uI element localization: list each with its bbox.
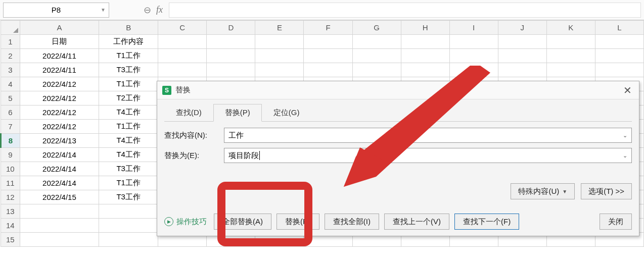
cell[interactable] xyxy=(498,35,546,49)
cancel-icon[interactable]: ⊖ xyxy=(144,5,151,16)
cell[interactable] xyxy=(449,49,498,63)
cell[interactable]: 2022/4/12 xyxy=(20,91,99,105)
fx-label[interactable]: fx xyxy=(156,5,163,15)
cell[interactable]: 2022/4/14 xyxy=(20,176,99,190)
cell[interactable] xyxy=(99,233,158,247)
cell[interactable] xyxy=(255,63,304,77)
cell[interactable] xyxy=(595,49,643,63)
column-header[interactable]: B xyxy=(99,21,158,35)
column-header[interactable]: C xyxy=(158,21,207,35)
cell[interactable] xyxy=(158,35,207,49)
cell[interactable] xyxy=(401,35,449,49)
cell[interactable] xyxy=(546,35,595,49)
cell[interactable]: 2022/4/14 xyxy=(20,148,99,162)
replace-input[interactable]: 项目阶段 ⌄ xyxy=(224,148,632,163)
find-prev-button[interactable]: 查找上一个(V) xyxy=(384,214,449,230)
cell[interactable] xyxy=(595,63,643,77)
cell[interactable] xyxy=(546,49,595,63)
cell[interactable]: T2工作 xyxy=(99,91,158,105)
cell[interactable] xyxy=(401,49,449,63)
row-header[interactable]: 11 xyxy=(1,176,20,190)
tab-goto[interactable]: 定位(G) xyxy=(262,104,311,122)
column-header[interactable]: A xyxy=(20,21,99,35)
cell[interactable] xyxy=(546,63,595,77)
column-header[interactable]: E xyxy=(255,21,304,35)
column-header[interactable]: F xyxy=(304,21,352,35)
cell[interactable] xyxy=(207,35,255,49)
tab-find[interactable]: 查找(D) xyxy=(164,104,213,122)
cell[interactable] xyxy=(20,219,99,233)
name-box-dropdown-icon[interactable]: ▼ xyxy=(101,7,106,13)
cell[interactable]: T1工作 xyxy=(99,176,158,190)
row-header[interactable]: 2 xyxy=(1,49,20,63)
find-all-button[interactable]: 查找全部(I) xyxy=(325,214,379,230)
chevron-down-icon[interactable]: ⌄ xyxy=(623,132,627,139)
column-header[interactable]: D xyxy=(207,21,255,35)
options-button[interactable]: 选项(T) >> xyxy=(581,183,632,199)
cell[interactable] xyxy=(498,49,546,63)
row-header[interactable]: 6 xyxy=(1,105,20,120)
dialog-titlebar[interactable]: S 替换 ✕ xyxy=(157,81,639,99)
cell[interactable] xyxy=(255,35,304,49)
cell[interactable] xyxy=(207,49,255,63)
chevron-down-icon[interactable]: ⌄ xyxy=(623,152,627,159)
cell[interactable] xyxy=(352,35,401,49)
cell[interactable] xyxy=(255,49,304,63)
column-header[interactable]: L xyxy=(595,21,643,35)
cell[interactable]: 2022/4/12 xyxy=(20,77,99,91)
row-header[interactable]: 14 xyxy=(1,219,20,233)
cell[interactable] xyxy=(449,63,498,77)
cell[interactable] xyxy=(304,63,352,77)
column-header[interactable]: K xyxy=(546,21,595,35)
close-button[interactable]: 关闭 xyxy=(600,214,632,230)
cell[interactable]: 2022/4/12 xyxy=(20,120,99,134)
replace-button[interactable]: 替换(R) xyxy=(277,214,319,230)
select-all-corner[interactable] xyxy=(1,21,20,35)
cell[interactable]: 2022/4/15 xyxy=(20,190,99,204)
cell[interactable] xyxy=(304,49,352,63)
cell[interactable]: T3工作 xyxy=(99,190,158,204)
cell[interactable]: 2022/4/12 xyxy=(20,105,99,120)
tips-link[interactable]: ▶ 操作技巧 xyxy=(164,217,207,227)
cell[interactable] xyxy=(304,35,352,49)
cell[interactable]: T1工作 xyxy=(99,77,158,91)
cell[interactable]: 2022/4/11 xyxy=(20,49,99,63)
cell[interactable] xyxy=(498,63,546,77)
cell[interactable]: T4工作 xyxy=(99,148,158,162)
cell[interactable]: 2022/4/13 xyxy=(20,134,99,148)
row-header[interactable]: 4 xyxy=(1,77,20,91)
find-input[interactable]: 工作 ⌄ xyxy=(224,128,632,143)
special-content-button[interactable]: 特殊内容(U) ▼ xyxy=(511,183,575,199)
cell[interactable]: 工作内容 xyxy=(99,35,158,49)
cell[interactable] xyxy=(352,63,401,77)
row-header[interactable]: 3 xyxy=(1,63,20,77)
cell[interactable] xyxy=(20,233,99,247)
cell[interactable]: T1工作 xyxy=(99,120,158,134)
cell[interactable]: 2022/4/14 xyxy=(20,162,99,176)
cell[interactable]: T3工作 xyxy=(99,162,158,176)
cell[interactable] xyxy=(595,35,643,49)
cell[interactable] xyxy=(20,204,99,219)
name-box[interactable]: P8 ▼ xyxy=(3,3,109,18)
formula-input[interactable] xyxy=(169,3,641,18)
cell[interactable]: T4工作 xyxy=(99,134,158,148)
row-header[interactable]: 9 xyxy=(1,148,20,162)
cell[interactable]: 日期 xyxy=(20,35,99,49)
cell[interactable] xyxy=(99,204,158,219)
row-header[interactable]: 8 xyxy=(1,134,20,148)
close-icon[interactable]: ✕ xyxy=(621,84,634,96)
cell[interactable] xyxy=(207,63,255,77)
cell[interactable]: T4工作 xyxy=(99,105,158,120)
column-header[interactable]: G xyxy=(352,21,401,35)
cell[interactable]: 2022/4/11 xyxy=(20,63,99,77)
tab-replace[interactable]: 替换(P) xyxy=(213,104,262,122)
row-header[interactable]: 13 xyxy=(1,204,20,219)
column-header[interactable]: J xyxy=(498,21,546,35)
column-header[interactable]: I xyxy=(449,21,498,35)
find-next-button[interactable]: 查找下一个(F) xyxy=(454,214,519,230)
row-header[interactable]: 7 xyxy=(1,120,20,134)
cell[interactable]: T3工作 xyxy=(99,63,158,77)
row-header[interactable]: 10 xyxy=(1,162,20,176)
column-header[interactable]: H xyxy=(401,21,449,35)
row-header[interactable]: 15 xyxy=(1,233,20,247)
